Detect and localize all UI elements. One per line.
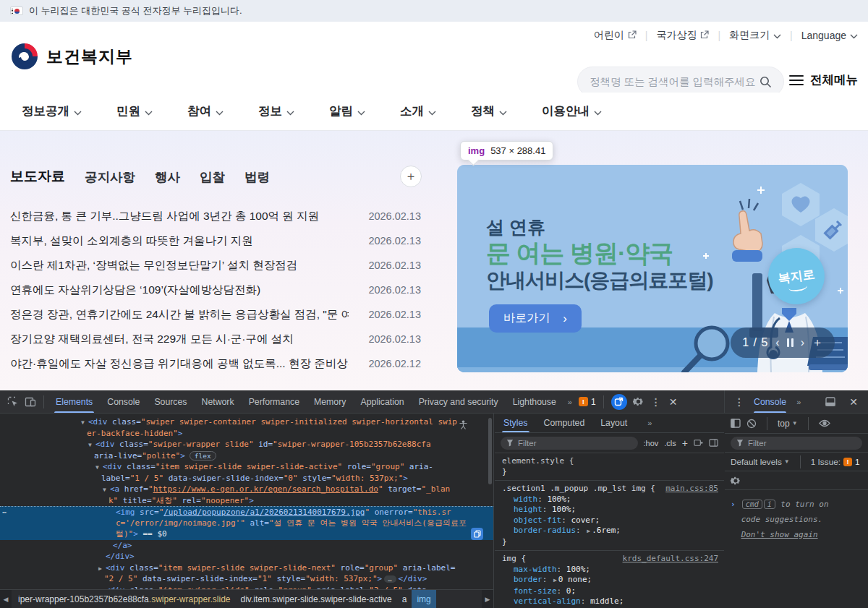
news-row[interactable]: 정은경 장관, 연휴기간에도 24시간 불 밝히는 응급상황실 점검, "문 여… <box>10 302 421 327</box>
log-levels-dropdown[interactable]: Default levels▼ <box>731 457 790 467</box>
dom-tree-line[interactable]: er-backface-hidden"> <box>0 428 493 440</box>
console-panel-tab[interactable]: Console <box>754 390 786 413</box>
issues-badge[interactable]: ! 1 <box>579 397 596 407</box>
hover-state-toggle[interactable]: :hov <box>644 439 659 448</box>
utility-link-2[interactable]: 국가상징 <box>656 29 709 42</box>
styles-filter-input[interactable] <box>518 439 632 448</box>
expand-slides-button[interactable]: ＋ <box>812 337 823 348</box>
breadcrumb-item-selected[interactable]: img <box>412 590 435 608</box>
board-tab-5[interactable]: 법령 <box>244 168 270 186</box>
close-devtools-icon[interactable]: ✕ <box>665 393 682 411</box>
news-row[interactable]: 장기요양 재택의료센터, 전국 229개 모든 시·군·구에 설치2026.02… <box>10 327 421 351</box>
breadcrumb-scroll-left[interactable]: ◀ <box>0 590 12 608</box>
devtools-tab-elements[interactable]: Elements <box>48 390 100 413</box>
devtools-tab-lighthouse[interactable]: Lighthouse <box>506 390 563 413</box>
more-tabs-icon[interactable]: » <box>792 398 804 406</box>
news-row[interactable]: 복지부, 설맞이 소외계층의 따뜻한 겨울나기 지원2026.02.13 <box>10 228 421 253</box>
pause-button[interactable] <box>787 338 793 347</box>
css-property[interactable]: border: ▶0 none; <box>502 575 718 586</box>
breadcrumb-item[interactable]: iper-wrapper-105b2357b62e88cfa.swiper-wr… <box>13 590 236 608</box>
news-row[interactable]: 이스란 제1차관, ‘장벽없는 무인정보단말기’ 설치 현장점검2026.02.… <box>10 253 421 278</box>
dom-tree-line[interactable]: k" title="새창" rel="noopener"> <box>0 495 493 507</box>
news-row[interactable]: 야간·휴일에도 자살 정신응급 위기대응에 공백 없도록... 현장 준비상황 … <box>10 351 421 376</box>
stylesheet-link[interactable]: krds_default.css:247 <box>623 554 718 565</box>
dock-drawer-icon[interactable] <box>822 393 839 411</box>
dom-tree-line[interactable]: "2 / 5" data-swiper-slide-index="1" styl… <box>0 573 493 585</box>
devtools-tab-sources[interactable]: Sources <box>147 390 194 413</box>
more-actions-icon[interactable]: ⋯ <box>2 507 6 518</box>
dom-tree-line[interactable]: 털)"> == $0 <box>0 528 493 540</box>
hero-cta-button[interactable]: 바로가기 › <box>489 304 582 333</box>
board-more-button[interactable]: ＋ <box>400 166 422 187</box>
css-property[interactable]: max-width: 100%; <box>502 565 718 575</box>
close-console-icon[interactable]: ✕ <box>845 393 862 411</box>
css-property[interactable]: object-fit: cover; <box>502 515 718 526</box>
dont-show-again-link[interactable]: Don't show again <box>741 530 818 539</box>
news-row[interactable]: 신한금융, 통 큰 기부..그냥드림 사업에 3년간 총 100억 원 지원20… <box>10 204 421 228</box>
console-issues-chip[interactable]: 1 Issue: ! 1 <box>811 457 860 467</box>
devtools-tab-console[interactable]: Console <box>100 390 147 413</box>
breadcrumb-item[interactable]: div.item.swiper-slide.swiper-slide-activ… <box>236 590 397 608</box>
dom-tree-line[interactable]: </div> <box>0 551 493 562</box>
search-icon[interactable] <box>760 76 772 88</box>
styles-tab-computed[interactable]: Computed <box>544 414 585 432</box>
css-property[interactable]: font-size: 0; <box>502 586 718 597</box>
console-filter[interactable] <box>731 437 862 450</box>
utility-link-1[interactable]: 어린이 <box>594 29 637 42</box>
copy-element-icon[interactable] <box>471 528 483 540</box>
css-property[interactable]: height: 100%; <box>502 505 718 515</box>
computed-panel-icon[interactable] <box>694 438 703 448</box>
sidebar-toggle-icon[interactable] <box>709 438 718 448</box>
nav-item-4[interactable]: 정보 <box>258 103 294 119</box>
breadcrumb-item[interactable]: a <box>397 590 412 608</box>
nav-item-8[interactable]: 이용안내 <box>542 103 602 119</box>
settings-gear-icon[interactable] <box>630 393 647 411</box>
utility-link-4[interactable]: Language <box>801 30 858 41</box>
css-rule[interactable]: element.style {} <box>495 453 724 481</box>
js-context-selector[interactable]: top▼ <box>778 419 798 429</box>
hero-banner[interactable]: 설 연휴 문 여는 병원·약국 안내서비스(응급의료포털) 바로가기 › 복지로… <box>457 165 848 372</box>
dom-tree-line[interactable]: label="1 / 5" data-swiper-slide-index="0… <box>0 473 493 484</box>
device-frame-badge-icon[interactable] <box>611 394 627 410</box>
dom-tree-line[interactable]: ▼<div class="swiper-wrapper slide" id="s… <box>0 439 493 450</box>
clear-console-icon[interactable] <box>746 419 757 429</box>
css-property[interactable]: vertical-align: middle; <box>502 596 718 607</box>
board-tab-3[interactable]: 행사 <box>155 168 180 186</box>
dom-tree-line[interactable]: c='/error/img/noimage.jpg'" alt="설 연휴 문 … <box>0 518 493 529</box>
styles-filter[interactable] <box>501 437 638 450</box>
css-rule[interactable]: .section1 .m_popup .mp_lst img {main.css… <box>495 481 724 551</box>
next-slide-button[interactable]: › <box>801 337 804 348</box>
nav-item-3[interactable]: 참여 <box>187 103 224 119</box>
nav-item-2[interactable]: 민원 <box>116 103 153 119</box>
utility-link-3[interactable]: 화면크기 <box>729 29 781 42</box>
all-menu-button[interactable]: 전체메뉴 <box>789 72 858 88</box>
more-tabs-icon[interactable]: » <box>643 419 655 427</box>
board-tab-1[interactable]: 보도자료 <box>10 167 65 186</box>
devtools-tab-performance[interactable]: Performance <box>242 390 307 413</box>
breadcrumb-scroll-right[interactable]: ▶ <box>482 590 493 608</box>
kebab-menu-icon[interactable]: ⋮ <box>647 393 665 411</box>
search-input[interactable] <box>590 76 760 87</box>
dom-tree-line[interactable]: ▼<div class="item swiper-slide swiper-sl… <box>0 461 493 473</box>
site-logo[interactable]: 보건복지부 <box>10 42 133 71</box>
board-tab-2[interactable]: 공지사항 <box>85 168 135 186</box>
new-rule-button[interactable]: + <box>682 437 688 449</box>
console-filter-input[interactable] <box>748 439 856 448</box>
nav-item-1[interactable]: 정보공개 <box>22 103 82 119</box>
css-rule[interactable]: img {krds_default.css:247max-width: 100%… <box>495 551 724 608</box>
devtools-tab-memory[interactable]: Memory <box>307 390 353 413</box>
devtools-tab-application[interactable]: Application <box>353 390 411 413</box>
nav-item-5[interactable]: 알림 <box>329 103 365 119</box>
console-settings-gear-icon[interactable] <box>731 476 741 486</box>
stylesheet-link[interactable]: main.css:85 <box>665 484 718 494</box>
nav-item-6[interactable]: 소개 <box>400 103 436 119</box>
class-toggle[interactable]: .cls <box>664 439 676 448</box>
console-sidebar-icon[interactable] <box>731 419 741 428</box>
devtools-tab-network[interactable]: Network <box>195 390 242 413</box>
nav-item-7[interactable]: 정책 <box>471 103 507 119</box>
board-tab-4[interactable]: 입찰 <box>200 168 225 186</box>
devtools-tab-privacy-and-security[interactable]: Privacy and security <box>412 390 506 413</box>
dom-tree-line[interactable]: ▼<a href="https://www.e-gen.or.kr/egen/s… <box>0 484 493 495</box>
inspect-element-icon[interactable] <box>4 393 22 411</box>
dom-tree-line[interactable]: ⋯<img src="/upload/popupzone/a1/20260213… <box>0 506 493 518</box>
